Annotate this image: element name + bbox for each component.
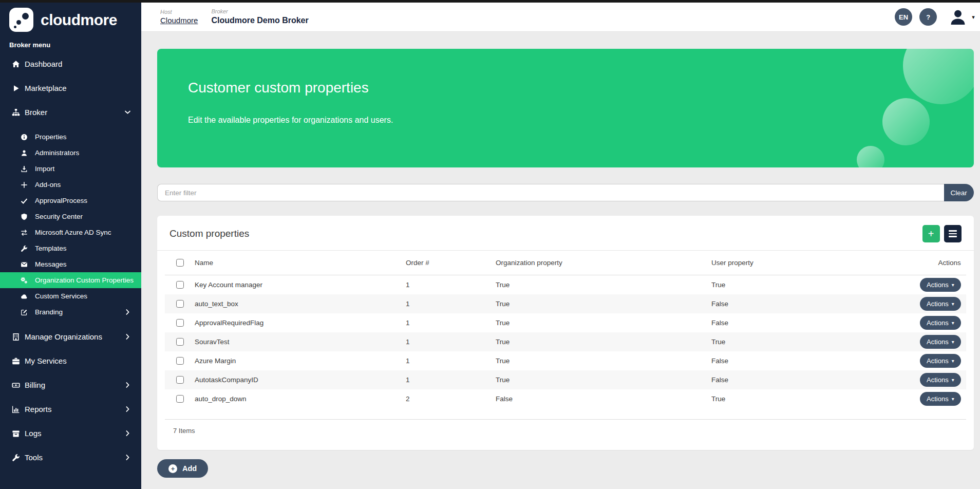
- chevron-right-icon: [124, 430, 131, 437]
- sidebar-item-label: Organization Custom Properties: [35, 276, 134, 284]
- edit-icon: [17, 309, 31, 316]
- list-view-button[interactable]: [944, 225, 962, 242]
- cell-name: auto_text_box: [191, 300, 399, 308]
- chevron-right-icon: [124, 309, 131, 315]
- money-icon: [9, 381, 23, 389]
- chevron-right-icon: [124, 333, 131, 340]
- row-checkbox[interactable]: [176, 357, 184, 365]
- sidebar-item-add-ons[interactable]: Add-ons: [0, 177, 141, 193]
- cell-name: ApprovalRequiredFlag: [191, 319, 399, 327]
- row-actions-button[interactable]: Actions▾: [920, 392, 961, 406]
- custom-properties-card: Custom properties + Name: [157, 216, 974, 450]
- cell-user-property: False: [704, 376, 920, 384]
- row-checkbox[interactable]: [176, 395, 184, 403]
- row-checkbox[interactable]: [176, 281, 184, 289]
- chevron-right-icon: [124, 406, 131, 412]
- help-button[interactable]: ?: [919, 8, 937, 26]
- row-actions-button[interactable]: Actions▾: [920, 297, 961, 311]
- sidebar-item-tools[interactable]: Tools: [0, 445, 141, 469]
- sidebar-item-administrators[interactable]: Administrators: [0, 145, 141, 161]
- sidebar-item-security-center[interactable]: Security Center: [0, 209, 141, 224]
- cell-order: 2: [399, 395, 488, 403]
- gears-icon: [17, 277, 31, 284]
- sidebar-item-label: Dashboard: [25, 60, 62, 68]
- cell-order: 1: [399, 376, 488, 384]
- sidebar-item-dashboard[interactable]: Dashboard: [0, 52, 141, 76]
- sidebar-item-microsoft-azure-ad-sync[interactable]: Microsoft Azure AD Sync: [0, 224, 141, 240]
- decor-bubble: [882, 98, 930, 145]
- sidebar-item-properties[interactable]: Properties: [0, 129, 141, 145]
- sidebar-item-marketplace[interactable]: Marketplace: [0, 76, 141, 100]
- download-icon: [17, 165, 31, 173]
- sidebar-item-label: Reports: [25, 405, 52, 413]
- row-actions-button[interactable]: Actions▾: [920, 354, 961, 368]
- chevron-down-icon: [124, 109, 131, 116]
- caret-down-icon: ▾: [952, 320, 954, 326]
- play-icon: [9, 84, 23, 92]
- cell-user-property: True: [704, 395, 920, 403]
- tools-icon: [9, 454, 23, 462]
- sidebar-item-my-services[interactable]: My Services: [0, 349, 141, 373]
- avatar-icon: [948, 7, 968, 27]
- sidebar-item-label: Microsoft Azure AD Sync: [35, 229, 111, 236]
- sidebar-item-organization-custom-properties[interactable]: Organization Custom Properties: [0, 272, 141, 288]
- sidebar-item-messages[interactable]: Messages: [0, 256, 141, 272]
- table-row: auto_text_box1TrueFalseActions▾: [165, 294, 966, 313]
- sidebar-item-label: Marketplace: [25, 84, 67, 92]
- sidebar-item-approvalprocess[interactable]: ApprovalProcess: [0, 193, 141, 209]
- sidebar-item-label: Logs: [25, 429, 42, 438]
- column-header-user-property: User property: [704, 259, 920, 267]
- language-button[interactable]: EN: [895, 8, 912, 26]
- add-button[interactable]: + Add: [157, 459, 208, 478]
- select-all-checkbox[interactable]: [176, 259, 184, 267]
- table-row: Azure Margin1TrueFalseActions▾: [165, 351, 966, 370]
- cell-name: Azure Margin: [191, 357, 399, 365]
- column-header-order: Order #: [399, 259, 488, 267]
- sidebar-item-billing[interactable]: Billing: [0, 373, 141, 397]
- row-actions-button[interactable]: Actions▾: [920, 335, 961, 349]
- cell-user-property: False: [704, 357, 920, 365]
- sidebar-item-templates[interactable]: Templates: [0, 240, 141, 256]
- items-count: 7 Items: [165, 419, 966, 435]
- sidebar-item-manage-organizations[interactable]: Manage Organizations: [0, 325, 141, 349]
- sidebar-item-reports[interactable]: Reports: [0, 397, 141, 421]
- caret-down-icon: ▾: [952, 339, 954, 345]
- row-checkbox[interactable]: [176, 300, 184, 308]
- sidebar-item-label: Import: [35, 165, 54, 173]
- row-actions-button[interactable]: Actions▾: [920, 373, 961, 387]
- row-checkbox[interactable]: [176, 338, 184, 346]
- logo[interactable]: cloudmore: [9, 8, 141, 32]
- sidebar-item-logs[interactable]: Logs: [0, 421, 141, 445]
- cell-order: 1: [399, 300, 488, 308]
- clear-filter-button[interactable]: Clear: [944, 184, 974, 201]
- cell-order: 1: [399, 357, 488, 365]
- plus-circle-icon: +: [168, 464, 177, 473]
- chevron-right-icon: [124, 382, 131, 388]
- cell-name: Key Account manager: [191, 281, 399, 289]
- filter-input[interactable]: [157, 184, 944, 201]
- column-header-actions: Actions: [920, 259, 966, 267]
- check-icon: [17, 197, 31, 204]
- sidebar-item-import[interactable]: Import: [0, 161, 141, 177]
- page-title: Customer custom properties: [188, 80, 974, 96]
- add-property-button[interactable]: +: [922, 225, 940, 242]
- row-actions-button[interactable]: Actions▾: [920, 278, 961, 292]
- row-checkbox[interactable]: [176, 376, 184, 384]
- building-icon: [9, 333, 23, 341]
- row-checkbox[interactable]: [176, 319, 184, 327]
- sidebar-item-branding[interactable]: Branding: [0, 304, 141, 320]
- cell-user-property: False: [704, 319, 920, 327]
- user-menu[interactable]: ▾: [948, 7, 975, 27]
- sitemap-icon: [9, 108, 23, 117]
- host-link[interactable]: Cloudmore: [160, 16, 198, 26]
- sidebar-item-label: Broker: [25, 108, 47, 117]
- sidebar-item-label: Tools: [25, 453, 43, 462]
- cell-order: 1: [399, 281, 488, 289]
- table-header-row: Name Order # Organization property User …: [165, 251, 966, 275]
- home-icon: [9, 60, 23, 68]
- row-actions-button[interactable]: Actions▾: [920, 316, 961, 330]
- sidebar-item-label: Administrators: [35, 149, 79, 157]
- cell-name: SouravTest: [191, 338, 399, 346]
- sidebar-item-custom-services[interactable]: Custom Services: [0, 288, 141, 304]
- sidebar-item-broker[interactable]: Broker: [0, 100, 141, 124]
